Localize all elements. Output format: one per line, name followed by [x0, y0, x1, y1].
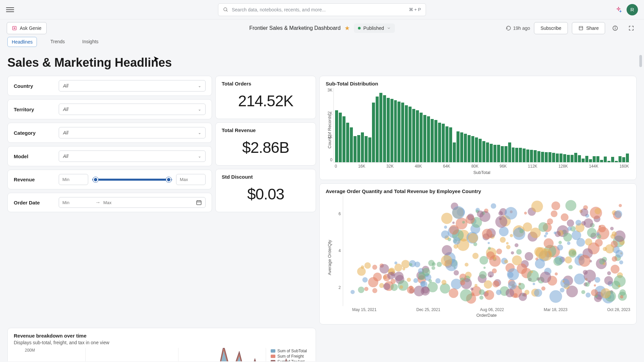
- svg-point-33: [390, 279, 395, 284]
- svg-point-315: [540, 272, 551, 283]
- svg-point-349: [449, 225, 459, 235]
- chart-title: Sub-Total Distribution: [326, 81, 630, 86]
- scrollbar-thumb[interactable]: [639, 55, 642, 67]
- svg-point-234: [594, 284, 596, 287]
- status-dot-icon: [358, 27, 361, 29]
- share-button[interactable]: Share: [572, 22, 605, 34]
- histogram-bar: [574, 153, 577, 162]
- histogram-bar: [512, 147, 515, 162]
- kpi-value: 214.52K: [222, 89, 310, 114]
- histogram-bar: [615, 161, 618, 162]
- svg-point-32: [398, 280, 408, 291]
- tick: Oct 28, 2023: [607, 307, 630, 312]
- calendar-icon[interactable]: [196, 199, 202, 205]
- area-svg: [36, 348, 310, 361]
- tab-headlines[interactable]: Headlines: [7, 37, 37, 47]
- svg-point-131: [441, 213, 452, 224]
- tab-insights[interactable]: Insights: [78, 37, 102, 47]
- histogram-bar: [526, 149, 529, 162]
- histogram-bar: [559, 154, 562, 162]
- ask-genie-label: Ask Genie: [20, 25, 42, 31]
- date-min-input[interactable]: [62, 200, 93, 205]
- svg-point-344: [612, 256, 617, 261]
- svg-point-201: [500, 237, 505, 243]
- chart-subtitle: Displays sub-total, freight, and tax in …: [14, 340, 310, 345]
- svg-point-193: [560, 279, 570, 288]
- histogram-bar: [508, 142, 511, 162]
- histogram-bar: [460, 132, 463, 162]
- histogram-bar: [619, 156, 622, 162]
- svg-point-176: [506, 245, 511, 249]
- svg-point-163: [544, 235, 547, 237]
- date-max-input[interactable]: [103, 200, 133, 205]
- histogram-bar: [552, 153, 555, 162]
- refresh-status[interactable]: 19h ago: [506, 25, 530, 31]
- legend-swatch-icon: [271, 349, 275, 353]
- histogram-bar: [482, 141, 485, 162]
- svg-point-257: [479, 296, 483, 300]
- territory-dropdown[interactable]: All⌄: [59, 104, 206, 115]
- histogram-bar: [622, 157, 625, 162]
- legend-swatch-icon: [271, 355, 275, 358]
- category-dropdown[interactable]: All⌄: [59, 127, 206, 138]
- filter-label: Category: [14, 130, 54, 136]
- star-icon[interactable]: ★: [344, 24, 350, 32]
- svg-point-259: [619, 204, 622, 207]
- svg-point-332: [569, 250, 577, 258]
- search-box[interactable]: ⌘ + P: [218, 3, 426, 16]
- svg-point-307: [563, 233, 572, 242]
- svg-point-336: [468, 233, 478, 243]
- histogram-bar: [431, 119, 434, 163]
- filter-label: Country: [14, 83, 54, 89]
- filters-column: Country All⌄ Territory All⌄ Category All…: [7, 76, 212, 324]
- histogram-bar: [335, 110, 338, 162]
- svg-point-141: [585, 238, 592, 246]
- svg-point-180: [607, 271, 611, 275]
- histogram-bar: [493, 145, 496, 162]
- svg-point-347: [569, 265, 573, 269]
- right-column: Sub-Total Distribution Count of Records …: [319, 76, 637, 324]
- model-dropdown[interactable]: All⌄: [59, 150, 206, 162]
- revenue-min-input[interactable]: [59, 174, 88, 185]
- svg-point-248: [574, 274, 585, 285]
- tab-trends[interactable]: Trends: [46, 37, 69, 47]
- menu-icon[interactable]: [6, 6, 14, 14]
- fullscreen-button[interactable]: [625, 22, 637, 34]
- revenue-max-input[interactable]: [176, 174, 206, 185]
- svg-point-316: [562, 280, 565, 282]
- svg-point-155: [498, 211, 503, 216]
- histogram-bar: [530, 150, 533, 162]
- order-date-range[interactable]: →: [59, 197, 206, 208]
- tick: 112K: [528, 164, 537, 169]
- histogram-bar: [438, 123, 441, 162]
- svg-point-88: [586, 293, 591, 298]
- avatar[interactable]: R: [627, 4, 638, 15]
- subscribe-button[interactable]: Subscribe: [534, 22, 568, 34]
- tick: 48K: [415, 164, 422, 169]
- tick: 0: [335, 164, 337, 169]
- svg-point-337: [585, 282, 590, 287]
- ask-genie-button[interactable]: Ask Genie: [7, 22, 47, 34]
- info-icon: [612, 25, 618, 31]
- histogram-bar: [497, 145, 500, 162]
- legend-label: Sum of Freight: [277, 354, 304, 359]
- svg-point-162: [462, 221, 465, 224]
- svg-point-112: [587, 228, 596, 238]
- svg-point-113: [513, 228, 525, 240]
- search-input[interactable]: [232, 7, 406, 12]
- sparkle-icon[interactable]: [615, 6, 622, 13]
- svg-point-189: [492, 281, 499, 287]
- published-badge[interactable]: Published: [354, 23, 395, 33]
- slider-thumb-min[interactable]: [93, 177, 98, 182]
- svg-point-91: [441, 280, 446, 285]
- svg-point-287: [460, 289, 472, 301]
- info-button[interactable]: [609, 22, 621, 34]
- tick: Aug 06, 2022: [480, 307, 504, 312]
- country-dropdown[interactable]: All⌄: [59, 80, 206, 92]
- histogram-bar: [596, 156, 599, 162]
- tick: Dec 25, 2021: [416, 307, 440, 312]
- revenue-slider[interactable]: [92, 179, 172, 181]
- slider-thumb-max[interactable]: [166, 177, 171, 182]
- svg-point-346: [601, 288, 611, 298]
- chevron-down-icon: ⌄: [198, 130, 201, 135]
